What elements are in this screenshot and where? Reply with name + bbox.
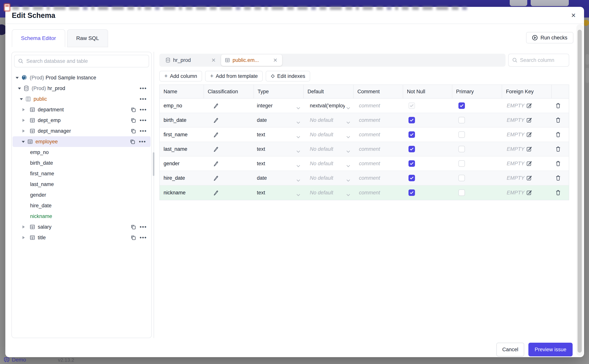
default-select[interactable]: No default [304,142,354,156]
modal-scrollbar-thumb[interactable] [578,30,582,353]
duplicate-table-icon[interactable] [130,139,135,144]
delete-row-icon[interactable] [556,175,561,181]
tree-item-table-employee[interactable]: employee ••• [13,136,151,147]
comment-input[interactable]: comment [354,171,403,185]
delete-row-icon[interactable] [556,161,561,166]
edit-foreign-key-icon[interactable] [526,175,532,181]
default-select[interactable]: No default [304,113,354,127]
primary-checkbox[interactable] [458,175,465,181]
delete-row-icon[interactable] [556,117,561,123]
comment-input[interactable]: comment [354,142,403,156]
edit-foreign-key-icon[interactable] [526,161,532,166]
classification-pencil-icon[interactable] [213,132,218,137]
tree-item-table-department[interactable]: department ••• [12,104,151,115]
tree-item-column-first-name[interactable]: first_name [12,168,151,179]
default-select[interactable]: nextval('employ [304,99,354,113]
caret-down-icon[interactable] [20,98,23,102]
delete-row-icon[interactable] [556,146,561,152]
foreign-key-cell[interactable]: EMPTY [502,128,552,142]
caret-right-icon[interactable] [22,108,26,111]
primary-checkbox[interactable] [458,117,465,123]
foreign-key-cell[interactable]: EMPTY [502,142,552,156]
tab-chip-hr-prod[interactable]: hr_prod ✕ [162,54,220,67]
tree-search-input[interactable]: Search database and table [14,55,149,67]
not-null-checkbox[interactable] [408,131,415,138]
add-column-button[interactable]: + Add column [159,71,202,81]
edit-foreign-key-icon[interactable] [526,132,532,137]
panel-resize-handle[interactable] [153,152,154,176]
classification-pencil-icon[interactable] [213,103,218,108]
caret-down-icon[interactable] [18,88,21,91]
foreign-key-cell[interactable]: EMPTY [502,113,552,127]
comment-input[interactable]: comment [354,99,403,113]
caret-down-icon[interactable] [22,141,25,144]
close-tab-icon[interactable]: ✕ [272,57,278,63]
comment-input[interactable]: comment [354,128,403,142]
tab-schema-editor[interactable]: Schema Editor [12,29,65,47]
column-name-cell[interactable]: first_name [160,128,204,142]
primary-checkbox[interactable] [458,131,465,138]
default-select[interactable]: No default [304,185,354,200]
tree-item-instance[interactable]: (Prod) Prod Sample Instance [12,72,151,83]
edit-indexes-button[interactable]: Edit indexes [266,71,310,81]
tab-raw-sql[interactable]: Raw SQL [67,29,108,47]
more-actions-icon[interactable]: ••• [140,97,147,101]
duplicate-table-icon[interactable] [131,224,136,229]
primary-checkbox[interactable] [458,146,465,152]
duplicate-table-icon[interactable] [131,118,136,123]
caret-right-icon[interactable] [22,119,26,122]
comment-input[interactable]: comment [354,156,403,171]
tree-item-table-title[interactable]: title ••• [12,232,151,243]
add-from-template-button[interactable]: + Add from template [205,71,263,81]
primary-checkbox[interactable] [458,160,465,167]
more-actions-icon[interactable]: ••• [140,129,147,133]
duplicate-table-icon[interactable] [131,235,136,240]
comment-input[interactable]: comment [354,113,403,127]
foreign-key-cell[interactable]: EMPTY [502,171,552,185]
type-select[interactable]: text [254,128,304,142]
column-name-cell[interactable]: last_name [160,142,204,156]
column-search-input[interactable]: Search column [508,54,569,67]
foreign-key-cell[interactable]: EMPTY [502,99,552,113]
tree-item-column-gender[interactable]: gender [12,190,151,200]
default-select[interactable]: No default [304,156,354,171]
type-select[interactable]: text [254,156,304,171]
caret-down-icon[interactable] [16,77,19,80]
tree-item-schema[interactable]: public ••• [12,94,151,104]
duplicate-table-icon[interactable] [131,129,136,133]
column-name-cell[interactable]: birth_date [160,113,204,127]
cancel-button[interactable]: Cancel [496,343,524,356]
primary-checkbox[interactable] [458,102,465,109]
foreign-key-cell[interactable]: EMPTY [502,156,552,171]
type-select[interactable]: integer [254,99,304,113]
edit-foreign-key-icon[interactable] [526,146,532,152]
column-name-cell[interactable]: gender [160,156,204,171]
classification-pencil-icon[interactable] [213,117,218,123]
more-actions-icon[interactable]: ••• [139,140,146,143]
primary-checkbox[interactable] [458,189,465,196]
duplicate-table-icon[interactable] [131,107,136,112]
type-select[interactable]: text [254,185,304,200]
tree-item-column-emp-no[interactable]: emp_no [12,147,151,158]
classification-pencil-icon[interactable] [213,146,218,152]
not-null-checkbox[interactable] [408,189,415,196]
close-tab-icon[interactable]: ✕ [211,57,217,63]
delete-row-icon[interactable] [556,190,561,195]
default-select[interactable]: No default [304,128,354,142]
edit-foreign-key-icon[interactable] [526,103,532,109]
more-actions-icon[interactable]: ••• [140,108,147,111]
classification-pencil-icon[interactable] [213,161,218,166]
tree-item-table-dept-emp[interactable]: dept_emp ••• [12,115,151,126]
caret-right-icon[interactable] [22,225,26,228]
preview-issue-button[interactable]: Preview issue [528,343,573,356]
more-actions-icon[interactable]: ••• [140,118,147,122]
type-select[interactable]: date [254,113,304,127]
tree-item-column-nickname[interactable]: nickname [12,211,151,221]
tree-item-column-birth-date[interactable]: birth_date [12,158,151,168]
column-name-cell[interactable]: hire_date [160,171,204,185]
tab-chip-public-employee[interactable]: public.em... ✕ [221,54,282,66]
column-name-cell[interactable]: nickname [160,185,204,200]
classification-pencil-icon[interactable] [213,175,218,181]
delete-row-icon[interactable] [556,132,561,137]
type-select[interactable]: date [254,171,304,185]
